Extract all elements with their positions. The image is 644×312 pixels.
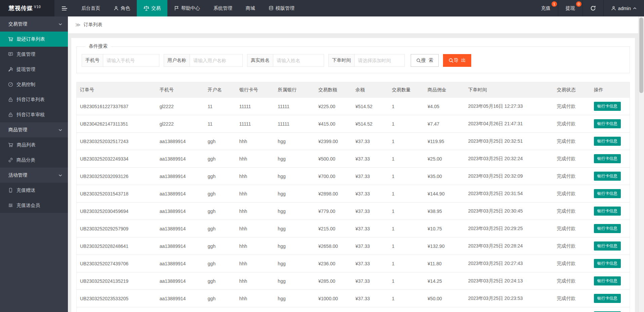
bank-card-info-button[interactable]: 银行卡信息	[594, 119, 621, 128]
cell-status: 完成付款	[553, 220, 590, 237]
cell-bank: 11111	[274, 98, 315, 115]
sidebar-item[interactable]: 充值赠送	[0, 183, 68, 198]
nav-item-label: 角色	[121, 5, 130, 11]
cell-order-time: 2023年04月26日 21:47:31	[465, 115, 554, 133]
field-input-1[interactable]	[103, 54, 159, 67]
field-input-2[interactable]	[190, 54, 243, 67]
cell-phone: aa13889914	[156, 185, 204, 203]
cell-phone: aa13889914	[156, 220, 204, 237]
cell-order-time: 2023年03月25日 20:32:09	[465, 168, 554, 185]
cell-order-no: UB2303252021584200	[77, 307, 156, 312]
cell-card-no: 11111	[236, 98, 275, 115]
sidebar-item-label: 充值管理	[16, 51, 35, 57]
bank-card-info-button[interactable]: 银行卡信息	[594, 189, 621, 198]
nav-item-2[interactable]: 角色	[107, 0, 137, 16]
field-input-3[interactable]	[273, 54, 324, 67]
refresh-icon	[590, 5, 596, 11]
cell-balance: ¥37.33	[352, 168, 388, 185]
layers-icon	[269, 6, 274, 11]
sidebar-item[interactable]: 助还订单列表	[0, 32, 68, 47]
bank-card-info-button[interactable]: 银行卡信息	[594, 294, 621, 303]
sidebar-item[interactable]: 充值送会员	[0, 198, 68, 213]
table-row: UB2303252032249334aa13889914gghhhhhgg¥50…	[77, 150, 630, 168]
cell-order-time: 2023年03月25日 20:27:43	[465, 255, 554, 272]
cell-bank: hgg	[274, 255, 315, 272]
bank-card-info-button[interactable]: 银行卡信息	[594, 241, 621, 251]
sidebar-item[interactable]: 商品列表	[0, 137, 68, 152]
cell-balance: ¥37.33	[352, 237, 388, 255]
cell-phone: aa13889914	[156, 168, 204, 185]
cell-balance: ¥514.52	[352, 115, 388, 133]
table-header-row: 订单号手机号开户名银行卡号所属银行交易数额余额交易数量商品佣金下单时间交易状态操…	[77, 82, 630, 98]
cell-action: 银行卡信息	[591, 272, 630, 290]
cell-order-time: 2023年03月25日 20:23:53	[465, 290, 554, 307]
cell-action: 银行卡信息	[591, 237, 630, 255]
cell-amount: ¥215.00	[315, 220, 352, 237]
field-label: 用户名称	[164, 54, 190, 67]
refresh-button[interactable]	[582, 0, 603, 16]
cell-action: 银行卡信息	[591, 220, 630, 237]
page-title: 订单列表	[84, 22, 103, 28]
cell-commission: ¥119.95	[424, 133, 465, 150]
vertical-scrollbar[interactable]	[638, 16, 644, 312]
bank-card-info-button[interactable]: 银行卡信息	[594, 154, 621, 163]
export-button-label: 导出	[454, 57, 469, 63]
bank-card-info-button[interactable]: 银行卡信息	[594, 224, 621, 233]
nav-item-1[interactable]: 后台首页	[75, 0, 107, 16]
cell-order-no: UB2303252027439706	[77, 255, 156, 272]
nav-item-label: 系统管理	[213, 5, 232, 11]
cell-account-name: jj	[204, 307, 236, 312]
sidebar-item[interactable]: 抖音订单审核	[0, 107, 68, 122]
cell-card-no: hhh	[236, 203, 275, 220]
hamburger-button[interactable]	[54, 0, 75, 16]
nav-item-4[interactable]: 帮助中心	[167, 0, 207, 16]
bank-card-info-button[interactable]: 银行卡信息	[594, 276, 621, 285]
sidebar-item[interactable]: 提现管理	[0, 62, 68, 77]
cell-balance: ¥37.33	[352, 133, 388, 150]
sidebar-item[interactable]: 充值管理	[0, 47, 68, 62]
bank-card-info-button[interactable]: 银行卡信息	[594, 102, 621, 111]
table-row: UB2303252030459694aa13889914gghhhhhgg¥77…	[77, 203, 630, 220]
cell-quantity: 1	[389, 220, 424, 237]
cell-status: 完成付款	[553, 290, 590, 307]
cell-status: 完成付款	[553, 98, 590, 115]
bank-card-info-button[interactable]: 银行卡信息	[594, 137, 621, 146]
sidebar-item-label: 商品列表	[17, 142, 36, 148]
cell-phone: aa13889914	[156, 203, 204, 220]
search-field-1: 手机号	[82, 54, 159, 67]
sidebar-item[interactable]: 交易控制	[0, 77, 68, 92]
nav-item-5[interactable]: 系统管理	[207, 0, 239, 16]
bank-card-info-button[interactable]: 银行卡信息	[594, 207, 621, 216]
brand-logo: 慧视传媒V10	[0, 0, 54, 16]
nav-item-7[interactable]: 模版管理	[262, 0, 301, 16]
field-input-4[interactable]	[354, 54, 405, 67]
user-menu[interactable]: admin	[603, 0, 644, 16]
export-button[interactable]: 导出	[443, 54, 471, 67]
nav-item-3[interactable]: 交易	[137, 0, 167, 16]
cell-action: 银行卡信息	[591, 290, 630, 307]
cell-commission: ¥14.25	[424, 272, 465, 290]
cell-order-no: UB2303252023533205	[77, 290, 156, 307]
cell-order-time: 2023年03月25日 20:31:54	[465, 185, 554, 203]
cell-bank: hgg	[274, 150, 315, 168]
bank-card-info-button[interactable]: 银行卡信息	[594, 259, 621, 268]
recharge-label: 充值	[541, 5, 551, 11]
cell-account-name: ggh	[204, 290, 236, 307]
bank-card-info-button[interactable]: 银行卡信息	[594, 172, 621, 181]
cell-balance: ¥41.53	[352, 307, 388, 312]
cell-order-time: 2023年03月25日 20:21:58	[465, 307, 554, 312]
cell-phone: aa13889914	[156, 133, 204, 150]
table-row: UB2303252027439706aa13889914gghhhhhgg¥23…	[77, 255, 630, 272]
withdraw-button[interactable]: 提现 0	[558, 0, 582, 16]
sidebar-item-label: 助还订单列表	[17, 36, 45, 42]
search-button[interactable]: 搜索	[411, 54, 439, 67]
nav-item-6[interactable]: 商城	[239, 0, 262, 16]
sidebar-group-title-1[interactable]: 交易管理	[0, 16, 68, 32]
sidebar-group-title-3[interactable]: 活动管理	[0, 168, 68, 183]
sidebar-group-title-2[interactable]: 商品管理	[0, 122, 68, 137]
recharge-button[interactable]: 充值 1	[534, 0, 558, 16]
scrollbar-thumb[interactable]	[639, 17, 643, 93]
sidebar-item[interactable]: 抖音订单列表	[0, 92, 68, 107]
sidebar-item[interactable]: 商品分类	[0, 152, 68, 168]
sidebar-group-label: 活动管理	[8, 172, 27, 178]
